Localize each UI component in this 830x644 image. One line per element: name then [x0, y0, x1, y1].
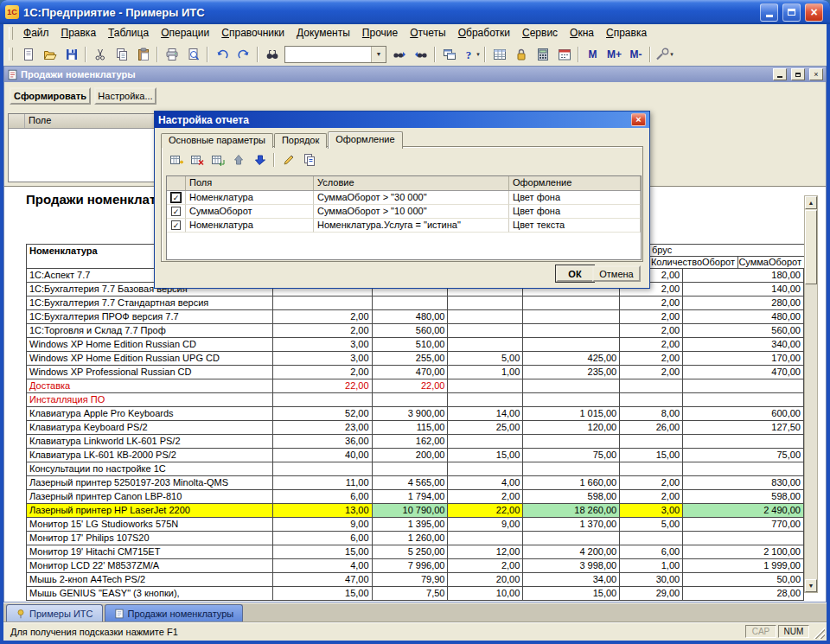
report-cell[interactable]: 15,00	[273, 545, 373, 559]
report-cell[interactable]: 12,00	[448, 545, 523, 559]
report-cell[interactable]: 770,00	[683, 518, 804, 532]
report-cell[interactable]: 5,00	[620, 518, 683, 532]
report-cell[interactable]: 2,00	[620, 310, 683, 324]
print-button[interactable]	[161, 45, 182, 64]
report-cell[interactable]: 22,00	[448, 504, 523, 518]
tools-button[interactable]: ▾	[654, 45, 675, 64]
report-cell-name[interactable]: Инсталляция ПО	[27, 393, 273, 407]
report-cell[interactable]	[523, 310, 620, 324]
report-cell[interactable]	[273, 462, 373, 476]
report-cell[interactable]: 2 490,00	[683, 504, 804, 518]
report-cell[interactable]: 560,00	[373, 324, 449, 338]
report-cell[interactable]: 10,00	[448, 587, 523, 601]
report-cell[interactable]: 1 370,00	[523, 518, 620, 532]
dialog-close-button[interactable]: ×	[631, 113, 646, 126]
report-cell[interactable]	[523, 462, 620, 476]
report-cell[interactable]	[523, 435, 620, 449]
report-cell[interactable]: 180,00	[683, 269, 804, 283]
open-button[interactable]	[39, 45, 61, 64]
levels-button[interactable]	[208, 151, 227, 169]
report-cell[interactable]: 127,50	[683, 421, 804, 435]
report-cell-name[interactable]: Windows XP Home Edition Russian CD	[27, 338, 273, 352]
report-cell[interactable]: 4 200,00	[523, 545, 620, 559]
memory-minus-button[interactable]: М-	[625, 45, 647, 64]
report-cell[interactable]: 52,00	[273, 407, 373, 421]
report-cell[interactable]	[523, 324, 620, 338]
report-cell[interactable]: 510,00	[373, 338, 449, 352]
scrollbar-thumb[interactable]	[805, 210, 817, 284]
new-doc-button[interactable]	[17, 45, 39, 64]
menu-item-4[interactable]: Операции	[155, 25, 215, 41]
report-cell[interactable]: 425,00	[523, 352, 620, 366]
report-cell[interactable]: 25,00	[448, 421, 523, 435]
find-prev-button[interactable]	[410, 45, 431, 64]
report-cell-name[interactable]: Доставка	[27, 379, 273, 393]
windows-button[interactable]	[438, 45, 460, 64]
report-cell[interactable]	[683, 532, 804, 545]
save-button[interactable]	[61, 45, 82, 64]
report-cell[interactable]: 1,00	[620, 559, 683, 573]
report-cell[interactable]: 29,00	[620, 587, 683, 601]
report-cell[interactable]: 140,00	[683, 283, 804, 296]
report-cell[interactable]: 2,00	[620, 324, 683, 338]
report-cell-name[interactable]: 1С:Торговля и Склад 7.7 Проф	[27, 324, 273, 338]
format-grid-row[interactable]: ✓НоменклатураНоменклатура.Услуга = "исти…	[167, 219, 641, 233]
report-cell[interactable]: 3,00	[273, 352, 373, 366]
report-cell[interactable]: 470,00	[373, 366, 449, 379]
report-cell[interactable]: 7 996,00	[373, 559, 449, 573]
report-cell[interactable]: 1 260,00	[373, 532, 449, 545]
report-cell[interactable]: 235,00	[523, 366, 620, 379]
report-cell[interactable]: 2,00	[620, 352, 683, 366]
report-cell[interactable]: 2,00	[273, 366, 373, 379]
menu-grip[interactable]	[9, 27, 13, 40]
report-cell[interactable]: 3,00	[273, 338, 373, 352]
row-checkbox-cell[interactable]: ✓	[167, 191, 186, 205]
report-cell[interactable]	[523, 338, 620, 352]
report-cell[interactable]: 75,00	[683, 449, 804, 462]
report-cell[interactable]	[373, 296, 449, 310]
copy-button[interactable]	[111, 45, 132, 64]
report-cell[interactable]: 20,00	[448, 573, 523, 587]
report-cell[interactable]: 15,00	[448, 449, 523, 462]
report-cell[interactable]	[683, 393, 804, 407]
report-cell[interactable]	[523, 296, 620, 310]
child-close-button[interactable]: ×	[809, 68, 823, 80]
report-cell[interactable]: 6,00	[620, 545, 683, 559]
report-cell[interactable]: 2,00	[273, 310, 373, 324]
menu-item-12[interactable]: Справка	[600, 25, 653, 41]
search-input[interactable]	[285, 47, 371, 62]
report-cell[interactable]	[373, 393, 449, 407]
report-cell[interactable]: 2 100,00	[683, 545, 804, 559]
report-cell[interactable]	[620, 379, 683, 393]
report-cell[interactable]: 1 660,00	[523, 476, 620, 490]
calculator-button[interactable]	[532, 45, 553, 64]
report-cell[interactable]: 9,00	[273, 518, 373, 532]
paste-button[interactable]	[132, 45, 154, 64]
report-cell[interactable]: 2,00	[273, 324, 373, 338]
menu-item-9[interactable]: Обработки	[452, 25, 516, 41]
resize-grip[interactable]	[813, 625, 825, 639]
report-cell[interactable]: 23,00	[273, 421, 373, 435]
report-cell-name[interactable]: Монитор 19' Hitachi CM715ET	[27, 545, 273, 559]
report-cell[interactable]: 255,00	[373, 352, 449, 366]
report-cell[interactable]	[373, 462, 449, 476]
report-cell[interactable]: 3,00	[620, 504, 683, 518]
report-cell[interactable]: 18 260,00	[523, 504, 620, 518]
report-cell[interactable]	[683, 462, 804, 476]
report-cell[interactable]: 30,00	[620, 573, 683, 587]
row-checkbox-cell[interactable]: ✓	[167, 205, 186, 219]
report-cell[interactable]	[523, 379, 620, 393]
report-cell[interactable]: 10 790,00	[373, 504, 449, 518]
report-cell[interactable]: 34,00	[523, 573, 620, 587]
report-cell[interactable]: 22,00	[373, 379, 449, 393]
menu-item-3[interactable]: Таблица	[102, 25, 155, 41]
format-grid-cell-condition[interactable]: СуммаОборот > "30 000"	[314, 191, 509, 205]
report-cell[interactable]: 2,00	[620, 366, 683, 379]
search-dropdown-button[interactable]: ▼	[371, 47, 386, 62]
minimize-button[interactable]	[760, 3, 778, 22]
vertical-scrollbar[interactable]: ▲ ▼	[804, 195, 818, 593]
report-cell[interactable]: 8,00	[620, 407, 683, 421]
memory-m-button[interactable]: М	[582, 45, 603, 64]
report-cell[interactable]: 47,00	[273, 573, 373, 587]
row-checkbox[interactable]: ✓	[171, 193, 181, 202]
